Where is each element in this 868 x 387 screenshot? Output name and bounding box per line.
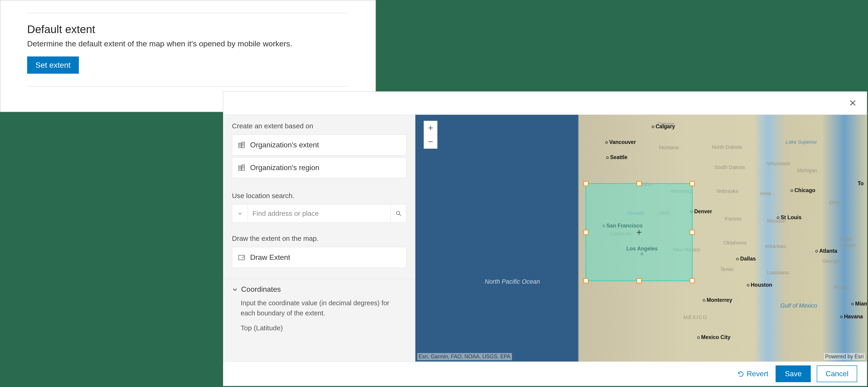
create-based-on-label: Create an extent based on bbox=[223, 115, 415, 135]
zoom-in-button[interactable]: + bbox=[424, 121, 437, 135]
org-extent-option[interactable]: Organization's extent bbox=[232, 135, 406, 155]
resize-handle-se[interactable] bbox=[690, 278, 695, 283]
state-label: North Carolin bbox=[840, 237, 867, 248]
dialog-body: Create an extent based on Organization's… bbox=[223, 114, 867, 361]
state-label: Iowa bbox=[760, 190, 771, 197]
extent-rectangle[interactable] bbox=[586, 183, 692, 281]
gulf-label: Gulf of Mexico bbox=[780, 302, 817, 309]
org-region-option[interactable]: Organization's region bbox=[232, 157, 406, 178]
state-label: Montana bbox=[659, 145, 679, 150]
set-extent-button[interactable]: Set extent bbox=[27, 57, 79, 74]
svg-rect-1 bbox=[242, 142, 244, 148]
search-button[interactable] bbox=[391, 205, 406, 222]
country-label: MÉXICO bbox=[683, 314, 708, 320]
organization-icon bbox=[238, 141, 246, 149]
state-label: Kansas bbox=[725, 216, 742, 222]
ocean-label: North Pacific Ocean bbox=[485, 278, 540, 286]
coordinates-heading: Coordinates bbox=[241, 285, 281, 293]
city-label: Monterrey bbox=[703, 297, 732, 303]
dialog-header: ✕ bbox=[223, 92, 867, 114]
city-label: Denver bbox=[690, 208, 712, 215]
coordinates-section: Coordinates Input the coordinate value (… bbox=[223, 279, 415, 332]
map-area[interactable]: North Pacific Ocean Gulf of Mexico Ontar… bbox=[415, 114, 867, 361]
state-label: Oklahoma bbox=[723, 240, 746, 246]
svg-rect-9 bbox=[242, 165, 244, 170]
organization-icon bbox=[238, 164, 246, 172]
resize-handle-nw[interactable] bbox=[583, 181, 588, 186]
state-label: Ohio bbox=[829, 200, 840, 206]
city-label: Vancouver bbox=[605, 139, 636, 145]
card-description: Determine the default extent of the map … bbox=[27, 39, 348, 48]
location-search-label: Use location search. bbox=[223, 180, 415, 204]
search-row bbox=[232, 204, 406, 223]
svg-rect-18 bbox=[239, 255, 245, 260]
revert-button[interactable]: Revert bbox=[736, 367, 770, 381]
svg-point-16 bbox=[396, 211, 400, 215]
draw-extent-label: Draw the extent on the map. bbox=[223, 223, 415, 247]
extent-config-panel: Create an extent based on Organization's… bbox=[223, 114, 415, 361]
draw-extent-icon bbox=[238, 254, 246, 261]
cancel-button[interactable]: Cancel bbox=[817, 365, 857, 382]
city-label: Chicago bbox=[790, 187, 815, 194]
divider bbox=[27, 86, 348, 86]
state-label: Louisiana bbox=[767, 270, 789, 276]
state-label: Texas bbox=[720, 266, 733, 272]
close-icon[interactable]: ✕ bbox=[847, 97, 859, 109]
coordinates-top-label: Top (Latitude) bbox=[223, 318, 415, 332]
resize-handle-sw[interactable] bbox=[583, 278, 588, 283]
city-label: Atlanta bbox=[815, 248, 837, 254]
dialog-footer: Revert Save Cancel bbox=[223, 361, 867, 386]
divider bbox=[27, 13, 348, 13]
set-extent-dialog: ✕ Create an extent based on Organization… bbox=[223, 91, 867, 386]
resize-handle-s[interactable] bbox=[637, 278, 642, 283]
svg-line-17 bbox=[399, 214, 401, 216]
zoom-controls: + − bbox=[424, 121, 437, 149]
draw-extent-button[interactable]: Draw Extent bbox=[232, 247, 406, 268]
state-label: Florida bbox=[834, 285, 849, 291]
svg-rect-8 bbox=[239, 166, 241, 170]
state-label: North Dakota bbox=[712, 144, 742, 150]
coordinates-description: Input the coordinate value (in decimal d… bbox=[223, 296, 415, 318]
crosshair-icon bbox=[636, 230, 642, 235]
svg-rect-0 bbox=[239, 143, 241, 148]
org-region-label: Organization's region bbox=[250, 164, 319, 172]
city-label: Calgary bbox=[652, 124, 675, 130]
resize-handle-w[interactable] bbox=[583, 230, 588, 235]
state-label: Arkansas bbox=[765, 243, 786, 249]
city-label: Dallas bbox=[736, 256, 756, 262]
org-extent-label: Organization's extent bbox=[250, 141, 319, 149]
state-label: Wisconsin bbox=[767, 161, 790, 167]
search-input[interactable] bbox=[248, 205, 391, 222]
city-label: St Louis bbox=[777, 214, 802, 220]
resize-handle-n[interactable] bbox=[637, 181, 642, 186]
state-label: Georgia bbox=[822, 258, 840, 264]
state-label: Nebraska bbox=[716, 188, 738, 194]
draw-extent-text: Draw Extent bbox=[250, 253, 290, 262]
city-label: Miami bbox=[851, 301, 867, 307]
card-title: Default extent bbox=[27, 23, 348, 36]
map-attribution: Esri, Garmin, FAO, NOAA, USGS, EPA bbox=[417, 353, 512, 360]
save-button[interactable]: Save bbox=[776, 365, 811, 382]
state-label: Michigan bbox=[797, 168, 817, 174]
city-label: Seattle bbox=[606, 154, 627, 161]
panel-scroll[interactable]: Create an extent based on Organization's… bbox=[223, 115, 415, 361]
lake-label: Lake Superior bbox=[785, 139, 817, 145]
resize-handle-ne[interactable] bbox=[690, 181, 695, 186]
search-source-dropdown[interactable] bbox=[232, 205, 248, 222]
powered-by: Powered by Esri bbox=[824, 353, 865, 360]
city-label: To bbox=[858, 180, 864, 187]
coordinates-toggle[interactable]: Coordinates bbox=[223, 279, 415, 296]
city-label: Houston bbox=[747, 282, 772, 288]
revert-label: Revert bbox=[747, 370, 768, 378]
city-label: Mexico City bbox=[697, 334, 731, 341]
state-label: South Dakota bbox=[714, 164, 745, 170]
zoom-out-button[interactable]: − bbox=[424, 135, 437, 148]
city-label: Havana bbox=[840, 314, 863, 320]
resize-handle-e[interactable] bbox=[690, 230, 695, 235]
